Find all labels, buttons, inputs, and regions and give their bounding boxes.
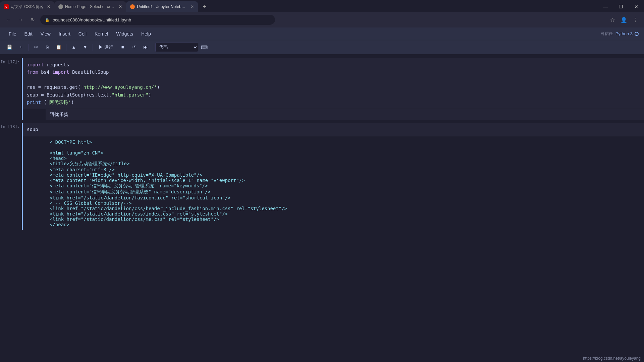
copy-button[interactable]: ⎘ — [42, 43, 53, 52]
profile-icon[interactable]: 👤 — [619, 15, 629, 24]
notebook-area: In [17]: import requests from bs4 import… — [0, 54, 644, 362]
address-text: localhost:8888/notebooks/Untitled1.ipynb — [52, 17, 131, 22]
move-up-button[interactable]: ▲ — [68, 43, 79, 52]
restart-run-button[interactable]: ⏭ — [140, 43, 151, 52]
new-tab-button[interactable]: + — [199, 1, 210, 12]
address-bar-row: ← → ↻ 🔒 localhost:8888/notebooks/Untitle… — [0, 12, 644, 27]
menu-help[interactable]: Help — [138, 30, 154, 38]
menu-kernel[interactable]: Kernel — [91, 30, 111, 38]
browser-toolbar-right: ☆ 👤 ⋮ — [608, 15, 640, 24]
run-label: ▶ 运行 — [99, 44, 113, 50]
cell-18-wrapper[interactable]: soup <!DOCTYPE html> <html lang="zh-CN">… — [23, 123, 644, 230]
toolbar-separator-1 — [28, 44, 29, 51]
cell-18-label: In [18]: — [0, 124, 20, 129]
menu-widgets[interactable]: Widgets — [113, 30, 137, 38]
jupyter-brand: 可信任 Python 3 — [601, 31, 639, 37]
cell-17-container: In [17]: import requests from bs4 import… — [0, 58, 644, 120]
trusted-label: 可信任 — [601, 31, 613, 37]
bottom-link: https://blog.csdn.net/ayouleyang — [583, 356, 641, 361]
tab-jupyter[interactable]: Untitled1 - Jupyter Notebook ✕ — [126, 1, 198, 12]
menu-file[interactable]: File — [5, 30, 20, 38]
add-cell-button[interactable]: + — [15, 43, 26, 52]
back-button[interactable]: ← — [4, 15, 13, 24]
minimize-button[interactable]: — — [598, 1, 613, 12]
lock-icon: 🔒 — [45, 18, 50, 22]
homepage-favicon — [58, 4, 63, 9]
tab-bar: C 写文章-CSDN博客 ✕ Home Page - Select or cre… — [0, 0, 644, 12]
cut-button[interactable]: ✂ — [31, 43, 41, 52]
menu-view[interactable]: View — [37, 30, 54, 38]
save-button[interactable]: 💾 — [4, 43, 15, 52]
toolbar-separator-3 — [93, 44, 93, 51]
cell-18-code[interactable]: soup — [23, 123, 644, 136]
tab-jupyter-close[interactable]: ✕ — [191, 5, 194, 9]
tab-homepage-label: Home Page - Select or create — [65, 4, 115, 9]
jupyter-notebook: File Edit View Insert Cell Kernel Widget… — [0, 27, 644, 362]
csdn-favicon: C — [4, 4, 9, 9]
cell-17-output: 阿优乐扬 — [46, 109, 644, 120]
cell-18-left: In [18]: — [0, 123, 22, 230]
reload-button[interactable]: ↻ — [28, 15, 38, 24]
forward-button[interactable]: → — [16, 15, 25, 24]
cell-17-label: In [17]: — [0, 60, 20, 64]
kernel-info: Python 3 — [615, 31, 639, 36]
tab-homepage-close[interactable]: ✕ — [119, 5, 122, 9]
menu-cell[interactable]: Cell — [75, 30, 90, 38]
kernel-label: Python 3 — [615, 31, 633, 36]
cell-17-code[interactable]: import requests from bs4 import Beautifu… — [23, 58, 644, 109]
toolbar-separator-4 — [153, 44, 153, 51]
cell-18-output: <!DOCTYPE html> <html lang="zh-CN"> <hea… — [46, 136, 644, 230]
interrupt-button[interactable]: ■ — [117, 43, 128, 52]
cell-17-left: In [17]: — [0, 58, 22, 120]
keyboard-shortcut-icon[interactable]: ⌨ — [199, 43, 210, 52]
restart-button[interactable]: ↺ — [129, 43, 140, 52]
close-button[interactable]: ✕ — [629, 1, 644, 12]
kernel-status-dot — [635, 32, 639, 36]
move-down-button[interactable]: ▼ — [80, 43, 91, 52]
bookmark-icon[interactable]: ☆ — [608, 15, 617, 24]
cell-type-select[interactable]: 代码 Markdown Raw NBConvert — [155, 43, 198, 52]
jupyter-favicon — [130, 4, 135, 9]
menu-icon[interactable]: ⋮ — [631, 15, 640, 24]
tab-csdn[interactable]: C 写文章-CSDN博客 ✕ — [0, 1, 54, 12]
browser-chrome: C 写文章-CSDN博客 ✕ Home Page - Select or cre… — [0, 0, 644, 27]
toolbar-separator-2 — [66, 44, 66, 51]
paste-button[interactable]: 📋 — [53, 43, 64, 52]
maximize-button[interactable]: ❐ — [613, 1, 629, 12]
menu-insert[interactable]: Insert — [55, 30, 74, 38]
address-bar[interactable]: 🔒 localhost:8888/notebooks/Untitled1.ipy… — [40, 15, 275, 25]
tab-csdn-label: 写文章-CSDN博客 — [11, 4, 44, 10]
cell-18-container: In [18]: soup <!DOCTYPE html> <html lang… — [0, 123, 644, 230]
jupyter-toolbar: 💾 + ✂ ⎘ 📋 ▲ ▼ ▶ 运行 ■ ↺ ⏭ 代码 Markdown Raw… — [0, 40, 644, 54]
window-controls: — ❐ ✕ — [598, 1, 644, 12]
menu-edit[interactable]: Edit — [21, 30, 36, 38]
run-button[interactable]: ▶ 运行 — [95, 43, 117, 52]
jupyter-menubar: File Edit View Insert Cell Kernel Widget… — [0, 27, 644, 40]
tab-homepage[interactable]: Home Page - Select or create ✕ — [54, 1, 126, 12]
tab-jupyter-label: Untitled1 - Jupyter Notebook — [137, 4, 187, 9]
cell-17-wrapper[interactable]: import requests from bs4 import Beautifu… — [23, 58, 644, 120]
tab-csdn-close[interactable]: ✕ — [47, 5, 50, 9]
